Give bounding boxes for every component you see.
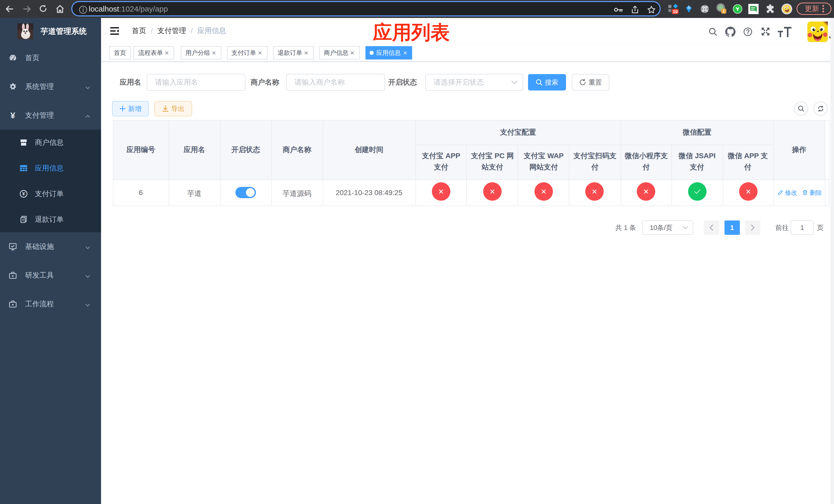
svg-text:¥: ¥ (22, 191, 25, 197)
svg-text:10: 10 (673, 9, 678, 14)
svg-text:1: 1 (723, 9, 725, 13)
